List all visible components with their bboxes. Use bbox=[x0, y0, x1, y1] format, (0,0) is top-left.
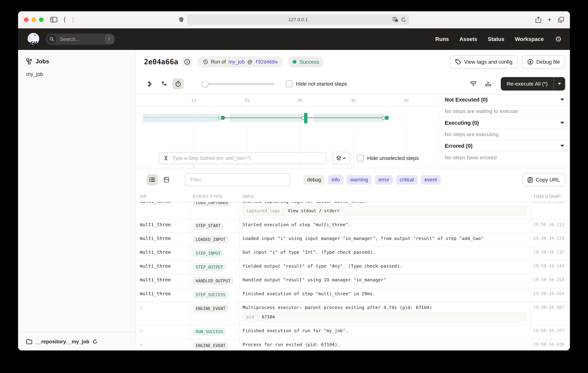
timestamp-cell: 19:50:34.229 bbox=[530, 236, 570, 243]
op-cell: multi_three bbox=[136, 236, 190, 243]
desktop: ⟨ ⟩ 127.0.0.1 A bbox=[0, 0, 588, 373]
log-level-chip-debug[interactable]: debug bbox=[303, 175, 325, 185]
forward-button[interactable]: ⟩ bbox=[72, 17, 74, 23]
gantt-marker-dot-1[interactable] bbox=[221, 116, 225, 120]
download-circle-icon bbox=[527, 59, 533, 65]
gantt-chart: 1s2s3s4s5s bbox=[136, 94, 439, 168]
log-filter-field[interactable] bbox=[185, 173, 290, 186]
address-bar[interactable]: 127.0.0.1 A bbox=[187, 14, 409, 25]
log-level-chip-critical[interactable]: critical bbox=[396, 175, 418, 185]
op-cell: multi_three bbox=[136, 222, 190, 230]
gantt-timed-view-button[interactable] bbox=[172, 78, 184, 89]
new-tab-icon[interactable]: + bbox=[547, 16, 552, 23]
graph-query-toggle-button[interactable] bbox=[332, 152, 350, 165]
table-row[interactable]: multi_threeSTEP_INPUTGot input "i" of ty… bbox=[136, 247, 570, 261]
metadata-value[interactable]: 67104 bbox=[258, 313, 279, 322]
log-level-chip-error[interactable]: error bbox=[375, 175, 393, 185]
back-button[interactable]: ⟨ bbox=[63, 17, 66, 23]
table-row[interactable]: multi_threeSTEP_STARTStarted execution o… bbox=[136, 219, 570, 233]
log-level-chip-warning[interactable]: warning bbox=[346, 175, 372, 185]
table-row[interactable]: multi_threeSTEP_OUTPUTYielded output "re… bbox=[136, 261, 570, 274]
section-executing[interactable]: Executing (0) bbox=[439, 117, 570, 129]
table-row[interactable]: multi_threeLOADED_INPUTLoaded input "i" … bbox=[136, 233, 570, 247]
gantt-dotted-line bbox=[144, 117, 384, 118]
step-subset-field[interactable] bbox=[159, 152, 326, 164]
timestamp-cell: 19:50:34.420 bbox=[530, 342, 570, 350]
sidebar-toggle-icon[interactable] bbox=[50, 17, 57, 22]
log-level-chip-event[interactable]: event bbox=[421, 175, 441, 185]
tag-icon bbox=[455, 59, 461, 65]
sidebar-title: Jobs bbox=[36, 58, 49, 65]
op-cell: multi_three bbox=[136, 263, 190, 271]
slider-thumb[interactable] bbox=[202, 81, 208, 88]
shield-icon[interactable] bbox=[179, 17, 184, 23]
job-link[interactable]: my_job bbox=[228, 59, 245, 65]
view-tags-config-button[interactable]: View tags and config bbox=[450, 55, 518, 69]
hide-not-started-checkbox[interactable]: Hide not started steps bbox=[286, 80, 347, 87]
translate-icon[interactable]: A bbox=[393, 17, 398, 22]
section-not-executed[interactable]: Not Executed (0) bbox=[439, 94, 570, 106]
copy-url-button[interactable]: Copy URL bbox=[522, 173, 565, 186]
snapshot-link[interactable]: f92d468a bbox=[255, 59, 278, 65]
log-list-view-button[interactable] bbox=[147, 174, 158, 186]
search-input[interactable] bbox=[59, 36, 93, 42]
log-filter-input[interactable] bbox=[190, 176, 285, 183]
info-cell: Started execution of step "multi_three". bbox=[239, 222, 530, 230]
sidebar-item-my-job[interactable]: my_job bbox=[18, 65, 136, 77]
section-errored[interactable]: Errored (0) bbox=[439, 140, 570, 152]
event-log-table: OP EVENT TYPE INFO TIMESTAMP multi_three… bbox=[136, 191, 570, 351]
step-subset-input[interactable] bbox=[172, 155, 322, 162]
browser-window: ⟨ ⟩ 127.0.0.1 A bbox=[18, 11, 570, 351]
nav-workspace[interactable]: Workspace bbox=[515, 36, 544, 42]
col-timestamp: TIMESTAMP bbox=[530, 194, 570, 199]
zoom-window-button[interactable] bbox=[39, 17, 43, 22]
info-cell: Yielded output "result" of type "Any". (… bbox=[239, 263, 530, 271]
table-row[interactable]: multi_threeSTEP_SUCCESSFinished executio… bbox=[136, 288, 570, 302]
log-level-chip-info[interactable]: info bbox=[328, 175, 343, 185]
metadata-value[interactable]: View stdout / stderr bbox=[284, 207, 344, 216]
run-info-button[interactable] bbox=[182, 56, 193, 67]
timestamp-cell: 19:50:34.387 bbox=[530, 305, 570, 322]
gantt-waterfall-view-button[interactable] bbox=[158, 78, 170, 89]
table-row[interactable]: multi_threeHANDLED_OUTPUTHandled output … bbox=[136, 274, 570, 288]
dagster-logo[interactable] bbox=[26, 32, 41, 46]
log-structured-view-button[interactable] bbox=[161, 174, 172, 186]
axis-tick: 4s bbox=[351, 98, 356, 103]
col-event-type: EVENT TYPE bbox=[190, 194, 239, 199]
tab-overview-icon[interactable] bbox=[558, 17, 564, 22]
gantt-selection-band-1[interactable] bbox=[144, 114, 219, 122]
debug-file-button[interactable]: Debug file bbox=[522, 55, 565, 69]
event-type-tag: STEP_INPUT bbox=[193, 249, 224, 257]
nav-assets[interactable]: Assets bbox=[459, 36, 477, 42]
axis-tick: 5s bbox=[404, 98, 409, 103]
hide-unselected-checkbox[interactable]: Hide unselected steps bbox=[357, 155, 419, 162]
table-row[interactable]: -ENGINE_EVENTMultiprocess executor: pare… bbox=[136, 302, 570, 325]
nav-status[interactable]: Status bbox=[488, 36, 504, 42]
gantt-step-bar-multi-three[interactable] bbox=[304, 113, 307, 123]
table-row[interactable]: -RUN_SUCCESSFinished execution of run fo… bbox=[136, 325, 570, 339]
checkbox-icon bbox=[357, 155, 364, 162]
gantt-zoom-slider[interactable] bbox=[202, 81, 274, 87]
axis-tick: 3s bbox=[298, 98, 303, 103]
reload-icon[interactable] bbox=[401, 17, 406, 22]
gantt-flat-view-button[interactable] bbox=[145, 78, 156, 89]
info-text: Yielded output "result" of type "Any". (… bbox=[242, 263, 530, 269]
global-search[interactable]: / bbox=[46, 33, 115, 45]
settings-gear-icon[interactable]: ⚙ bbox=[555, 35, 562, 44]
gantt-marker-dot-3[interactable] bbox=[385, 116, 389, 120]
minimize-window-button[interactable] bbox=[32, 17, 36, 22]
chevron-down-icon bbox=[560, 99, 564, 101]
close-window-button[interactable] bbox=[24, 17, 28, 22]
info-text: Loaded input "i" using input manager "io… bbox=[242, 236, 530, 241]
reexecute-all-button[interactable]: Re-execute All (*) bbox=[501, 77, 554, 90]
table-row[interactable]: -ENGINE_EVENTProcess for run exited (pid… bbox=[136, 339, 570, 351]
timestamp-cell: 19:50:34.397 bbox=[530, 328, 570, 336]
event-type-tag: HANDLED_OUTPUT bbox=[193, 277, 233, 285]
share-icon[interactable] bbox=[536, 17, 541, 23]
collapse-panel-button[interactable] bbox=[468, 78, 479, 89]
expand-panel-button[interactable] bbox=[482, 78, 494, 89]
reexecute-dropdown-button[interactable] bbox=[554, 77, 565, 90]
timestamp-cell: 19:50:34.245 bbox=[530, 263, 570, 271]
reload-repository-icon[interactable] bbox=[93, 339, 98, 344]
nav-runs[interactable]: Runs bbox=[435, 36, 449, 42]
